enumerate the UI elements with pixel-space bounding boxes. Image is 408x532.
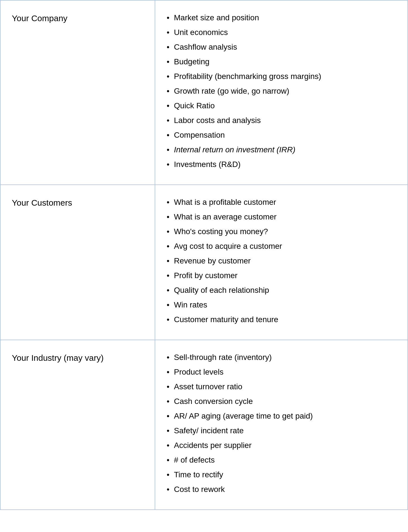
list-item: Product levels [167, 366, 396, 378]
list-item-text: Cost to rework [174, 483, 396, 495]
list-item-text: Unit economics [174, 27, 396, 38]
list-item: Investments (R&D) [167, 159, 396, 170]
list-item-text: Cashflow analysis [174, 41, 396, 53]
list-item-text: Customer maturity and tenure [174, 314, 396, 326]
list-item-text: Revenue by customer [174, 255, 396, 267]
list-item-text: Growth rate (go wide, go narrow) [174, 85, 396, 97]
list-item: Growth rate (go wide, go narrow) [167, 85, 396, 97]
list-item-text: Avg cost to acquire a customer [174, 240, 396, 252]
items-list: Market size and positionUnit economicsCa… [167, 12, 396, 170]
list-item-text: Labor costs and analysis [174, 115, 396, 126]
list-item: Avg cost to acquire a customer [167, 240, 396, 252]
list-item: Safety/ incident rate [167, 425, 396, 437]
list-item-text: Accidents per supplier [174, 439, 396, 451]
list-item-text: What is a profitable customer [174, 196, 396, 208]
category-label: Your Industry (may vary) [12, 353, 104, 362]
list-item-text: Profitability (benchmarking gross margin… [174, 71, 396, 82]
items-cell-0: Market size and positionUnit economicsCa… [155, 0, 408, 185]
list-item: Time to rectify [167, 469, 396, 481]
list-item: Internal return on investment (IRR) [167, 144, 396, 156]
list-item-text: Cash conversion cycle [174, 395, 396, 407]
items-list: What is a profitable customerWhat is an … [167, 196, 396, 326]
list-item: Compensation [167, 129, 396, 141]
list-item-text: Budgeting [174, 56, 396, 68]
list-item: Profitability (benchmarking gross margin… [167, 71, 396, 82]
table-row: Your CustomersWhat is a profitable custo… [0, 185, 408, 340]
items-cell-1: What is a profitable customerWhat is an … [155, 185, 408, 340]
list-item-text: Win rates [174, 299, 396, 311]
list-item: Win rates [167, 299, 396, 311]
category-cell-1: Your Customers [0, 185, 155, 340]
list-item: Budgeting [167, 56, 396, 68]
items-list: Sell-through rate (inventory)Product lev… [167, 351, 396, 495]
list-item-text: Who's costing you money? [174, 226, 396, 238]
list-item-text: Safety/ incident rate [174, 425, 396, 437]
category-label: Your Company [12, 14, 67, 23]
list-item-text: Time to rectify [174, 469, 396, 481]
list-item: Asset turnover ratio [167, 381, 396, 393]
list-item-text: What is an average customer [174, 211, 396, 223]
list-item: Who's costing you money? [167, 226, 396, 238]
list-item: Unit economics [167, 27, 396, 38]
table-row: Your CompanyMarket size and positionUnit… [0, 0, 408, 185]
list-item-text: AR/ AP aging (average time to get paid) [174, 410, 396, 422]
list-item-text: # of defects [174, 454, 396, 466]
list-item-text: Profit by customer [174, 270, 396, 282]
list-item-text: Quick Ratio [174, 100, 396, 112]
list-item: Market size and position [167, 12, 396, 24]
list-item-text: Market size and position [174, 12, 396, 24]
list-item: Accidents per supplier [167, 439, 396, 451]
list-item: Labor costs and analysis [167, 115, 396, 126]
list-item-text: Quality of each relationship [174, 284, 396, 296]
main-table: Your CompanyMarket size and positionUnit… [0, 0, 408, 510]
list-item: Quality of each relationship [167, 284, 396, 296]
list-item: # of defects [167, 454, 396, 466]
list-item-text: Product levels [174, 366, 396, 378]
list-item: Quick Ratio [167, 100, 396, 112]
table-row: Your Industry (may vary)Sell-through rat… [0, 340, 408, 510]
list-item: AR/ AP aging (average time to get paid) [167, 410, 396, 422]
list-item: Cash conversion cycle [167, 395, 396, 407]
list-item: Cost to rework [167, 483, 396, 495]
category-cell-2: Your Industry (may vary) [0, 340, 155, 510]
list-item: Revenue by customer [167, 255, 396, 267]
list-item: Cashflow analysis [167, 41, 396, 53]
list-item-text: Sell-through rate (inventory) [174, 351, 396, 363]
list-item: What is an average customer [167, 211, 396, 223]
list-item: What is a profitable customer [167, 196, 396, 208]
list-item: Profit by customer [167, 270, 396, 282]
list-item: Sell-through rate (inventory) [167, 351, 396, 363]
list-item-text: Investments (R&D) [174, 159, 396, 170]
items-cell-2: Sell-through rate (inventory)Product lev… [155, 340, 408, 510]
list-item-text: Compensation [174, 129, 396, 141]
category-cell-0: Your Company [0, 0, 155, 185]
list-item-text: Asset turnover ratio [174, 381, 396, 393]
category-label: Your Customers [12, 198, 72, 207]
list-item-text: Internal return on investment (IRR) [174, 144, 396, 156]
list-item: Customer maturity and tenure [167, 314, 396, 326]
